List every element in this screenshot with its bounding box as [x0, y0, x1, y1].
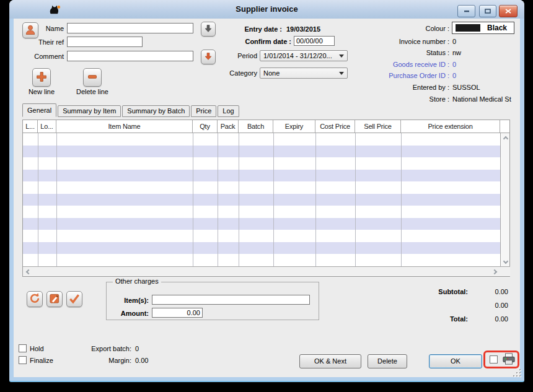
edit-note-button[interactable]	[46, 291, 63, 307]
total-label: Total:	[381, 315, 468, 323]
table-row[interactable]	[23, 242, 500, 255]
annotation-highlight	[483, 351, 519, 368]
table-row[interactable]	[23, 157, 500, 170]
new-line-label: New line	[19, 88, 64, 95]
column-header: Expiry	[273, 120, 315, 133]
name-input[interactable]	[67, 23, 193, 33]
column-header: L...	[23, 120, 38, 133]
invoice-table-body[interactable]	[23, 133, 500, 266]
column-header: Pack	[218, 120, 239, 133]
goods-receive-id-value[interactable]: 0	[452, 61, 456, 68]
name-label: Name	[26, 25, 64, 32]
scroll-up-icon[interactable]	[501, 133, 510, 142]
comment-input[interactable]	[67, 51, 193, 61]
tax-value: 0.00	[459, 302, 508, 309]
tab-log[interactable]: Log	[218, 105, 239, 117]
table-row[interactable]	[23, 170, 500, 182]
their-ref-input[interactable]	[67, 37, 143, 47]
column-header: Cost Price	[315, 120, 355, 133]
period-label: Period	[218, 52, 257, 59]
table-row[interactable]	[23, 181, 500, 194]
supplier-invoice-window: Supplier invoice Name Their ref Comment	[9, 0, 524, 382]
entry-date-label: Entry date :	[218, 25, 282, 33]
tab-bar: General Summary by Item Summary by Batch…	[22, 103, 240, 117]
colour-value: Black	[480, 24, 514, 32]
hold-label: Hold	[30, 345, 44, 352]
down-arrow-icon	[204, 24, 213, 34]
goods-receive-id-label[interactable]: Goods receive ID :	[332, 61, 449, 68]
name-lookup-button[interactable]	[201, 22, 216, 37]
entered-by-label: Entered by :	[332, 84, 449, 91]
column-header: Batch	[239, 120, 273, 133]
other-charges-legend: Other charges	[113, 277, 161, 285]
resize-grip[interactable]	[513, 369, 521, 377]
comment-expand-button[interactable]	[201, 50, 216, 64]
their-ref-label: Their ref	[20, 38, 64, 46]
tab-summary-by-item[interactable]: Summary by Item	[58, 105, 121, 117]
vertical-scrollbar[interactable]	[500, 133, 509, 266]
table-header: L... Lo... Item Name Qty Pack Batch Expi…	[23, 120, 509, 133]
column-header: Price extension	[401, 120, 500, 133]
window-title: Supplier invoice	[9, 4, 524, 14]
delete-line-button[interactable]	[83, 68, 102, 87]
other-charges-items-input[interactable]	[152, 295, 310, 305]
entered-by-value: SUSSOL	[452, 84, 480, 91]
hold-checkbox[interactable]	[19, 344, 27, 352]
table-row[interactable]	[23, 146, 500, 158]
refresh-icon	[29, 292, 41, 306]
category-value: None	[263, 69, 280, 77]
total-value: 0.00	[459, 315, 508, 323]
table-row[interactable]	[23, 254, 500, 266]
minimize-icon	[464, 7, 470, 15]
other-charges-amount-input[interactable]	[152, 308, 203, 318]
colour-swatch	[456, 24, 480, 32]
ok-button[interactable]: OK	[429, 354, 482, 368]
status-label: Status :	[332, 49, 449, 56]
ok-next-button[interactable]: OK & Next	[299, 354, 361, 368]
column-header: Item Name	[56, 120, 193, 133]
colour-label: Colour :	[356, 25, 449, 32]
subtotal-value: 0.00	[459, 288, 508, 295]
store-label: Store :	[332, 95, 449, 103]
store-value: National Medical St	[452, 95, 511, 103]
table-row[interactable]	[23, 194, 500, 206]
close-button[interactable]	[499, 5, 518, 17]
purchase-order-id-value[interactable]: 0	[452, 72, 456, 79]
purchase-order-id-label[interactable]: Purchase Order ID :	[332, 72, 449, 79]
horizontal-scrollbar[interactable]	[23, 266, 510, 276]
table-row[interactable]	[23, 218, 500, 230]
invoice-number-label: Invoice number :	[332, 38, 449, 45]
amount-label: Amount:	[76, 310, 149, 317]
finalize-label: Finalize	[30, 357, 53, 364]
note-pencil-icon	[48, 292, 61, 306]
tab-summary-by-batch[interactable]: Summary by Batch	[122, 105, 190, 117]
scroll-right-icon[interactable]	[491, 268, 500, 276]
maximize-button[interactable]	[479, 5, 496, 17]
tab-price[interactable]: Price	[191, 105, 216, 117]
down-arrow-orange-icon	[204, 52, 213, 62]
comment-label: Comment	[20, 53, 64, 60]
refresh-button[interactable]	[27, 291, 43, 307]
scroll-down-icon[interactable]	[501, 258, 510, 266]
confirm-date-input[interactable]	[294, 36, 335, 46]
minimize-button[interactable]	[457, 5, 475, 17]
delete-button[interactable]: Delete	[368, 354, 407, 368]
export-batch-label: Export batch:	[51, 345, 131, 352]
close-icon	[505, 7, 511, 15]
column-header: Sell Price	[355, 120, 401, 133]
header-scrollbar-filler	[500, 120, 509, 133]
table-row[interactable]	[23, 133, 500, 146]
scroll-left-icon[interactable]	[23, 268, 32, 276]
finalize-checkbox[interactable]	[19, 356, 27, 364]
period-value: 1/01/2014 - 31/12/20...	[263, 52, 332, 59]
margin-label: Margin:	[51, 357, 131, 364]
table-row[interactable]	[23, 206, 500, 218]
colour-picker[interactable]: Black	[452, 22, 514, 34]
new-line-button[interactable]	[32, 68, 51, 87]
table-row[interactable]	[23, 230, 500, 242]
window-content: Name Their ref Comment New line Delete l…	[14, 19, 520, 377]
entry-date-value: 19/03/2015	[286, 25, 320, 33]
tab-general[interactable]: General	[22, 103, 56, 117]
title-bar[interactable]: Supplier invoice	[9, 0, 524, 19]
confirm-date-label: Confirm date :	[218, 38, 291, 45]
